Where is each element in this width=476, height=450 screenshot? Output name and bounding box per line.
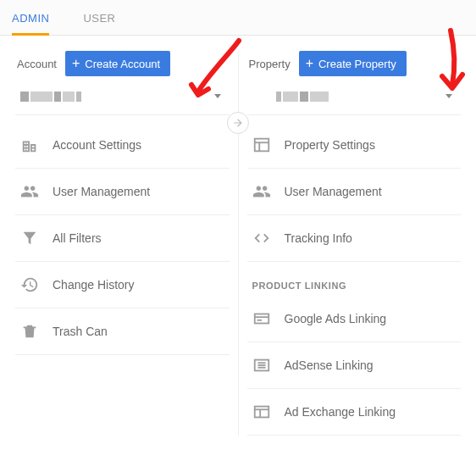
plus-icon: + — [306, 57, 313, 70]
panel-icon — [252, 403, 271, 421]
filter-icon — [20, 229, 39, 247]
account-selector[interactable] — [15, 86, 230, 115]
create-property-label: Create Property — [318, 58, 396, 70]
menu-label: Trash Can — [53, 324, 108, 339]
property-selector[interactable] — [247, 86, 462, 115]
menu-label: Property Settings — [285, 137, 375, 153]
history-icon — [20, 275, 39, 294]
create-property-button[interactable]: + Create Property — [299, 51, 407, 76]
code-icon — [252, 229, 271, 247]
menu-trash-can[interactable]: Trash Can — [15, 308, 230, 355]
menu-label: Account Settings — [53, 137, 141, 153]
tab-admin[interactable]: ADMIN — [12, 1, 49, 36]
layout-icon — [252, 136, 271, 154]
menu-property-user-management[interactable]: User Management — [247, 169, 462, 215]
menu-account-settings[interactable]: Account Settings — [15, 122, 230, 169]
chevron-down-icon — [214, 94, 221, 98]
create-account-button[interactable]: + Create Account — [65, 51, 170, 76]
menu-label: Ad Exchange Linking — [285, 404, 396, 419]
chevron-down-icon — [446, 94, 452, 98]
menu-all-filters[interactable]: All Filters — [15, 215, 230, 262]
menu-label: Change History — [53, 277, 135, 292]
building-icon — [20, 136, 39, 154]
menu-label: User Management — [53, 184, 150, 199]
menu-label: AdSense Linking — [285, 358, 374, 373]
svg-rect-3 — [254, 314, 268, 324]
plus-icon: + — [72, 57, 80, 70]
menu-change-history[interactable]: Change History — [15, 262, 230, 308]
account-selected-value — [20, 92, 81, 102]
users-icon — [252, 182, 271, 201]
users-icon — [20, 182, 39, 201]
account-label: Account — [17, 58, 57, 70]
arrow-right-circle-icon — [232, 117, 244, 129]
svg-rect-10 — [254, 407, 268, 418]
menu-label: User Management — [285, 184, 382, 199]
svg-rect-0 — [254, 139, 268, 152]
card-icon — [252, 309, 271, 328]
menu-property-settings[interactable]: Property Settings — [247, 122, 462, 169]
menu-tracking-info[interactable]: Tracking Info — [247, 215, 462, 262]
tab-user[interactable]: USER — [83, 1, 115, 36]
trash-icon — [20, 322, 39, 341]
menu-ad-exchange-linking[interactable]: Ad Exchange Linking — [247, 389, 462, 436]
product-linking-title: PRODUCT LINKING — [247, 262, 462, 296]
transfer-button[interactable] — [227, 112, 249, 134]
list-icon — [252, 356, 271, 375]
menu-label: All Filters — [53, 231, 102, 246]
menu-account-user-management[interactable]: User Management — [15, 169, 230, 215]
create-account-label: Create Account — [85, 58, 160, 70]
property-label: Property — [249, 58, 291, 70]
menu-google-ads-linking[interactable]: Google Ads Linking — [247, 296, 462, 342]
property-selected-value — [276, 92, 329, 102]
menu-adsense-linking[interactable]: AdSense Linking — [247, 342, 462, 389]
menu-label: Google Ads Linking — [285, 311, 387, 326]
menu-label: Tracking Info — [285, 231, 352, 246]
